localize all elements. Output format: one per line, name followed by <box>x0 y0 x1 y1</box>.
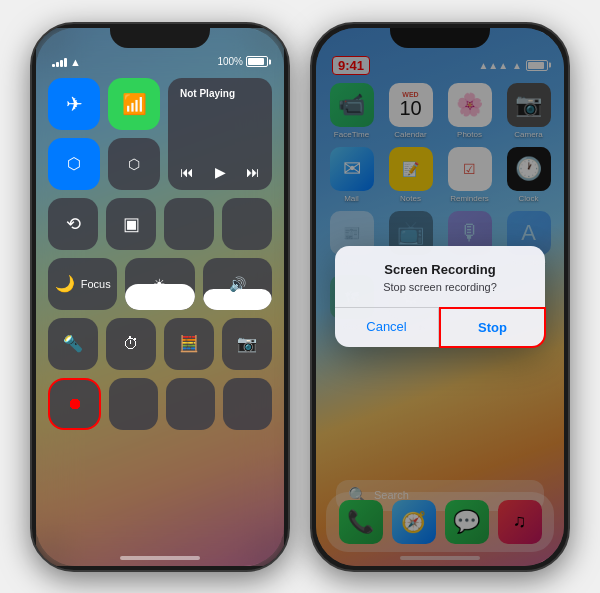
brightness-icon: ☀ <box>153 276 166 292</box>
control-center-background: ▲ 100% ✈ 📶 ⬡ ⬡ <box>36 28 284 566</box>
airdrop-btn[interactable]: ⬡ <box>108 138 160 190</box>
battery-fill <box>248 58 264 65</box>
media-player: Not Playing ⏮ ▶ ⏭ <box>168 78 272 190</box>
screen-recording-dialog: Screen Recording Stop screen recording? … <box>335 246 545 347</box>
bar1 <box>52 64 55 67</box>
placeholder3 <box>223 378 272 430</box>
prev-btn[interactable]: ⏮ <box>180 164 194 180</box>
cc-row1: ✈ 📶 ⬡ ⬡ Not Playing ⏮ ▶ ⏭ <box>48 78 272 190</box>
signal-group: ▲ <box>52 56 81 68</box>
cc-row2: ⟲ ▣ <box>48 198 272 250</box>
right-phone-screen: 9:41 ▲▲▲ ▲ 📹 FaceTime WED <box>316 28 564 566</box>
left-phone-notch <box>110 24 210 48</box>
left-phone-screen: ▲ 100% ✈ 📶 ⬡ ⬡ <box>36 28 284 566</box>
screen-rotation-btn[interactable]: ⟲ <box>48 198 98 250</box>
empty-btn1[interactable] <box>164 198 214 250</box>
battery-icon <box>246 56 268 67</box>
next-btn[interactable]: ⏭ <box>246 164 260 180</box>
play-btn[interactable]: ▶ <box>215 164 226 180</box>
moon-icon: 🌙 <box>55 274 75 293</box>
media-title: Not Playing <box>180 88 260 99</box>
dialog-title: Screen Recording <box>335 262 545 277</box>
battery-status: 100% <box>217 56 268 67</box>
camera-btn[interactable]: 📷 <box>222 318 272 370</box>
focus-label: Focus <box>81 278 111 290</box>
calculator-btn[interactable]: 🧮 <box>164 318 214 370</box>
dialog-message: Stop screen recording? <box>335 281 545 293</box>
cc-row5: ⏺ <box>48 378 272 430</box>
brightness-slider[interactable]: ☀ <box>125 258 194 310</box>
bar3 <box>60 60 63 67</box>
cellular-signal <box>52 57 67 67</box>
right-phone: 9:41 ▲▲▲ ▲ 📹 FaceTime WED <box>310 22 570 572</box>
airplane-mode-btn[interactable]: ✈ <box>48 78 100 130</box>
bar2 <box>56 62 59 67</box>
cc-row4: 🔦 ⏱ 🧮 📷 <box>48 318 272 370</box>
screen-record-btn[interactable]: ⏺ <box>48 378 101 430</box>
wifi-icon: ▲ <box>70 56 81 68</box>
volume-slider[interactable]: 🔊 <box>203 258 272 310</box>
flashlight-btn[interactable]: 🔦 <box>48 318 98 370</box>
timer-btn[interactable]: ⏱ <box>106 318 156 370</box>
connectivity-grid: ✈ 📶 ⬡ ⬡ <box>48 78 160 190</box>
bar4 <box>64 58 67 67</box>
screen-mirror-btn[interactable]: ▣ <box>106 198 156 250</box>
wifi-btn[interactable]: 📶 <box>108 78 160 130</box>
battery-percentage: 100% <box>217 56 243 67</box>
dialog-button-row: Cancel Stop <box>335 307 545 347</box>
cc-row3: 🌙 Focus ☀ 🔊 <box>48 258 272 310</box>
control-center-content: ✈ 📶 ⬡ ⬡ Not Playing ⏮ ▶ ⏭ <box>36 28 284 566</box>
bluetooth-btn[interactable]: ⬡ <box>48 138 100 190</box>
placeholder2 <box>166 378 215 430</box>
stop-button[interactable]: Stop <box>439 307 546 348</box>
media-controls: ⏮ ▶ ⏭ <box>180 164 260 180</box>
focus-btn[interactable]: 🌙 Focus <box>48 258 117 310</box>
volume-icon: 🔊 <box>229 276 246 292</box>
home-screen-background: 9:41 ▲▲▲ ▲ 📹 FaceTime WED <box>316 28 564 566</box>
left-phone: ▲ 100% ✈ 📶 ⬡ ⬡ <box>30 22 290 572</box>
cancel-button[interactable]: Cancel <box>335 308 439 347</box>
dialog-overlay: Screen Recording Stop screen recording? … <box>316 28 564 566</box>
placeholder1 <box>109 378 158 430</box>
left-home-indicator <box>120 556 200 560</box>
empty-btn2[interactable] <box>222 198 272 250</box>
status-bar-left: ▲ 100% <box>52 56 268 68</box>
